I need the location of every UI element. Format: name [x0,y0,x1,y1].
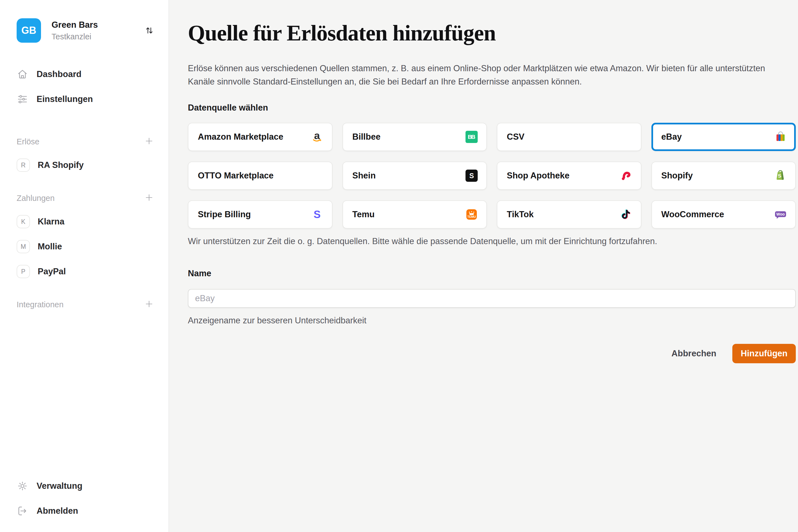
home-icon [17,69,28,80]
plus-icon [144,299,154,310]
source-card-label: OTTO Marketplace [198,171,273,180]
sidebar-item-einstellungen[interactable]: Einstellungen [0,92,169,107]
sidebar-item-label: Abmelden [37,506,78,516]
workspace-switcher[interactable]: GB Green Bars Testkanzlei [17,18,155,43]
stripe-icon: S [311,208,324,221]
sidebar-item-paypal[interactable]: P PayPal [0,264,169,279]
svg-text:Woo: Woo [776,212,785,216]
source-card-label: Amazon Marketplace [198,132,283,142]
source-card-tiktok[interactable]: TikTok [497,200,642,229]
source-initial-badge: M [17,240,30,253]
sidebar-section-erl-se: Erlöse R RA Shopify [0,136,169,173]
name-input[interactable] [188,289,796,308]
section-label: Erlöse [17,137,39,146]
tiktok-icon [620,208,632,221]
sidebar-item-label: Verwaltung [37,481,82,491]
source-card-label: Temu [353,209,375,220]
sidebar-item-klarna[interactable]: K Klarna [0,214,169,229]
main-content: Quelle für Erlösdaten hinzufügen Erlöse … [169,0,798,532]
source-select-label: Datenquelle wählen [188,103,796,113]
sources-hint: Wir unterstützen zur Zeit die o. g. Date… [188,236,796,246]
sliders-icon [17,93,28,105]
source-card-label: eBay [661,132,682,142]
sidebar-item-label: PayPal [38,267,66,277]
name-label: Name [188,268,796,279]
source-card-label: TikTok [507,209,534,220]
sidebar-item-abmelden[interactable]: Abmelden [0,503,169,519]
sidebar-item-label: Dashboard [37,69,81,79]
sidebar-item-label: Klarna [38,217,64,227]
source-card-label: Shein [353,171,376,180]
plus-icon [144,193,154,204]
source-card-label: WooCommerce [661,209,724,220]
source-card-woocommerce[interactable]: WooCommerce Woo [651,200,796,229]
workspace-avatar: GB [17,18,41,43]
sidebar-section-zahlungen: Zahlungen K Klarna M Mollie P PayPal [0,192,169,279]
source-card-temu[interactable]: Temu TEMU [342,200,487,229]
svg-text:TEMU: TEMU [467,215,476,218]
add-erl-se-button[interactable] [144,136,154,147]
sidebar-spacer [0,320,169,478]
plus-icon [144,136,154,147]
swap-arrows-icon[interactable] [144,25,155,36]
source-card-otto-marketplace[interactable]: OTTO Marketplace [188,162,332,190]
source-grid: Amazon Marketplace aBillbee BBCSV eBay O… [188,123,796,229]
sidebar-item-ra-shopify[interactable]: R RA Shopify [0,157,169,173]
section-label: Zahlungen [17,194,55,203]
shein-icon: S [465,169,478,182]
gear-icon [17,480,28,492]
source-initial-badge: K [17,215,30,228]
sidebar-item-label: RA Shopify [38,160,84,170]
source-card-shopify[interactable]: Shopify S [651,162,796,190]
source-card-csv[interactable]: CSV [497,123,642,151]
source-card-stripe-billing[interactable]: Stripe Billing S [188,200,332,229]
sidebar-section-integrationen: Integrationen [0,299,169,310]
ebay-bag-icon [774,131,787,143]
name-hint: Anzeigename zur besseren Unterscheidbark… [188,316,796,326]
workspace-subtitle: Testkanzlei [52,32,141,41]
sidebar-sections: Erlöse R RA Shopify Zahlungen K Klarna M… [0,116,169,320]
shop-apotheke-icon [620,169,632,182]
sidebar-item-verwaltung[interactable]: Verwaltung [0,478,169,494]
workspace-initials: GB [21,25,36,36]
sidebar: GB Green Bars Testkanzlei Dashboard Eins… [0,0,169,532]
dialog-actions: Abbrechen Hinzufügen [188,344,796,363]
sidebar-item-label: Mollie [38,242,62,252]
sidebar-item-dashboard[interactable]: Dashboard [0,66,169,82]
source-card-label: Shopify [661,171,693,180]
shopify-icon: S [774,169,787,182]
source-card-amazon-marketplace[interactable]: Amazon Marketplace a [188,123,332,151]
source-card-billbee[interactable]: Billbee BB [342,123,487,151]
page-description: Erlöse können aus verschiedenen Quellen … [188,62,781,89]
add-integrationen-button[interactable] [144,299,154,310]
temu-icon: TEMU [465,208,478,221]
source-card-label: CSV [507,132,525,142]
source-card-label: Shop Apotheke [507,171,569,180]
section-label: Integrationen [17,300,63,309]
no-icon [620,131,632,143]
sidebar-item-mollie[interactable]: M Mollie [0,239,169,254]
amazon-icon: a [311,131,324,143]
woocommerce-icon: Woo [774,208,787,221]
logout-icon [17,505,28,517]
source-card-shop-apotheke[interactable]: Shop Apotheke [497,162,642,190]
page-title: Quelle für Erlösdaten hinzufügen [188,20,796,46]
sidebar-nav: Dashboard Einstellungen [0,66,169,116]
add-zahlungen-button[interactable] [144,193,154,204]
no-icon [311,169,324,182]
source-initial-badge: P [17,265,30,278]
billbee-icon: BB [465,131,478,143]
sidebar-footer: Verwaltung Abmelden [0,478,169,528]
source-card-shein[interactable]: Shein S [342,162,487,190]
cancel-button[interactable]: Abbrechen [671,348,716,359]
sidebar-item-label: Einstellungen [37,94,93,104]
source-card-label: Billbee [353,132,381,142]
source-card-ebay[interactable]: eBay [651,123,796,151]
source-initial-badge: R [17,158,30,172]
workspace-name: Green Bars [52,20,141,31]
submit-button[interactable]: Hinzufügen [732,344,796,363]
source-card-label: Stripe Billing [198,209,251,220]
